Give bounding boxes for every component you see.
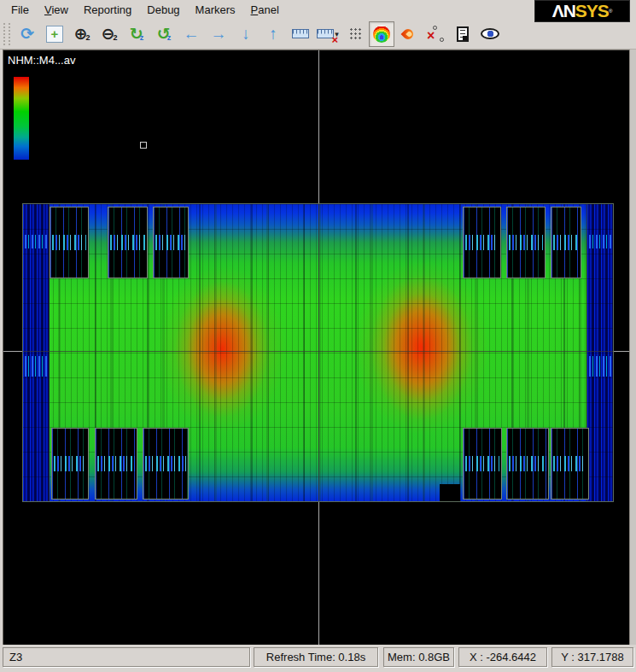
legend-title: NHM::M4...av bbox=[8, 54, 75, 67]
chip-edge-right bbox=[586, 204, 613, 501]
delete-path-button[interactable]: × bbox=[422, 21, 449, 47]
pan-left-button[interactable]: ← bbox=[178, 21, 205, 47]
menu-file[interactable]: File bbox=[3, 2, 37, 18]
zoom-out-button[interactable]: ⊖2 bbox=[96, 21, 123, 47]
selection-marker bbox=[140, 142, 147, 149]
legend-value: 1.02745e-07 bbox=[34, 150, 96, 161]
chip-grid-hline bbox=[23, 351, 613, 352]
macro-block bbox=[50, 207, 89, 278]
pan-up-button[interactable]: ↑ bbox=[260, 21, 287, 47]
app-window: File View Reporting Debug Markers Panel … bbox=[0, 0, 636, 672]
menu-debug[interactable]: Debug bbox=[139, 2, 187, 18]
viewport-canvas[interactable]: NHM::M4...av 0.388239 0.29118 0.19412 0.… bbox=[3, 50, 629, 645]
fit-view-button[interactable]: + bbox=[41, 21, 68, 47]
fit-view-icon: + bbox=[46, 26, 63, 43]
rainbow-colormap-icon bbox=[373, 26, 390, 43]
color-map-button[interactable] bbox=[369, 21, 394, 47]
delete-ruler-button[interactable]: × ▾ bbox=[314, 21, 341, 47]
pan-up-icon: ↑ bbox=[269, 26, 277, 42]
refresh-button[interactable]: ⟳ bbox=[14, 21, 41, 47]
chip-grid-vline bbox=[318, 204, 319, 501]
status-cursor-y: Y : 317.1788 bbox=[551, 647, 633, 667]
legend-value: 0.388239 bbox=[34, 67, 96, 79]
macro-block bbox=[506, 207, 546, 278]
macro-block bbox=[143, 428, 189, 500]
blockage-rect bbox=[440, 484, 460, 501]
menu-markers[interactable]: Markers bbox=[188, 2, 243, 18]
menu-panel[interactable]: Panel bbox=[243, 2, 287, 18]
chip-edge-left bbox=[23, 204, 50, 501]
status-bar: Z3 Refresh Time: 0.18s Mem: 0.8GB X : -2… bbox=[0, 645, 636, 672]
report-button[interactable] bbox=[449, 21, 476, 47]
pan-left-icon: ← bbox=[184, 26, 200, 42]
toolbar: ⟳ + ⊕2 ⊖2 ↻z ↺z ← → ↓ ↑ × ▾ × bbox=[0, 19, 636, 50]
ruler-icon bbox=[292, 29, 309, 38]
report-icon bbox=[457, 26, 469, 42]
pan-right-icon: → bbox=[211, 26, 227, 42]
refresh-icon: ⟳ bbox=[20, 26, 34, 42]
legend-colorbar bbox=[14, 77, 29, 160]
delete-path-icon: × bbox=[426, 26, 445, 43]
legend-values: 0.388239 0.29118 0.19412 0.0970599 1.027… bbox=[34, 67, 96, 161]
dot-grid-button[interactable] bbox=[341, 21, 369, 47]
status-memory: Mem: 0.8GB bbox=[383, 647, 454, 667]
pan-down-icon: ↓ bbox=[242, 26, 250, 42]
redo-zoom-button[interactable]: ↻z bbox=[123, 21, 150, 47]
legend-value: 0.29118 bbox=[34, 88, 96, 99]
status-selection: Z3 bbox=[3, 647, 250, 667]
right-edge-strip bbox=[629, 50, 636, 645]
menu-reporting[interactable]: Reporting bbox=[76, 2, 139, 18]
macro-block bbox=[51, 428, 89, 500]
zoom-in-button[interactable]: ⊕2 bbox=[68, 21, 96, 47]
toolbar-gripper[interactable] bbox=[3, 23, 10, 45]
ruler-button[interactable] bbox=[287, 21, 314, 47]
flame-icon bbox=[401, 26, 416, 41]
status-cursor-x: X : -264.6442 bbox=[458, 647, 547, 667]
macro-block bbox=[108, 207, 148, 278]
macro-block bbox=[463, 428, 502, 500]
legend-value: 0.0970599 bbox=[34, 130, 96, 141]
macro-block bbox=[463, 207, 501, 278]
macro-block bbox=[95, 428, 137, 500]
chip-heatmap[interactable] bbox=[22, 203, 614, 502]
macro-block bbox=[551, 428, 589, 500]
macro-block bbox=[506, 428, 549, 500]
pan-right-button[interactable]: → bbox=[205, 21, 232, 47]
legend-value: 0.19412 bbox=[34, 109, 96, 120]
dot-grid-icon bbox=[348, 26, 363, 41]
status-refresh-time: Refresh Time: 0.18s bbox=[254, 647, 378, 667]
undo-zoom-button[interactable]: ↺z bbox=[150, 21, 178, 47]
pan-down-button[interactable]: ↓ bbox=[232, 21, 260, 47]
thermal-button[interactable] bbox=[394, 21, 422, 47]
visibility-button[interactable] bbox=[476, 21, 504, 47]
menu-view[interactable]: View bbox=[37, 2, 76, 18]
macro-block bbox=[153, 207, 189, 278]
eye-icon bbox=[481, 28, 499, 39]
macro-block bbox=[551, 207, 581, 278]
